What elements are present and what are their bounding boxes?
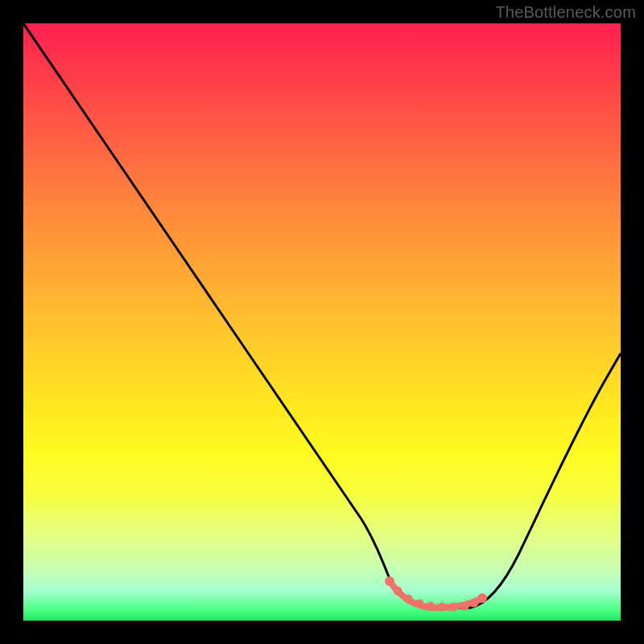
attribution-text: TheBottleneck.com <box>495 3 636 22</box>
chart-canvas: TheBottleneck.com <box>0 0 644 644</box>
flat-region-markers <box>385 576 487 612</box>
bottleneck-curve <box>23 23 621 621</box>
plot-area <box>23 23 621 621</box>
curve-path <box>23 23 621 608</box>
